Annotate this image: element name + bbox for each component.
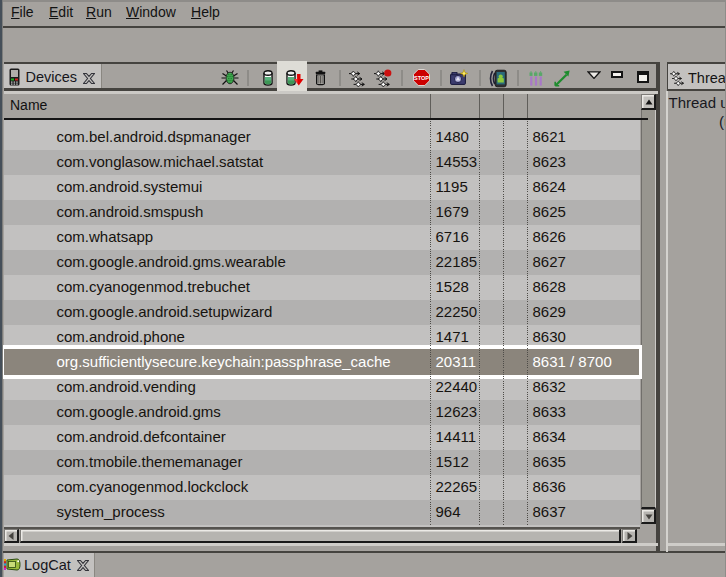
svg-text:STOP: STOP [414,75,429,81]
